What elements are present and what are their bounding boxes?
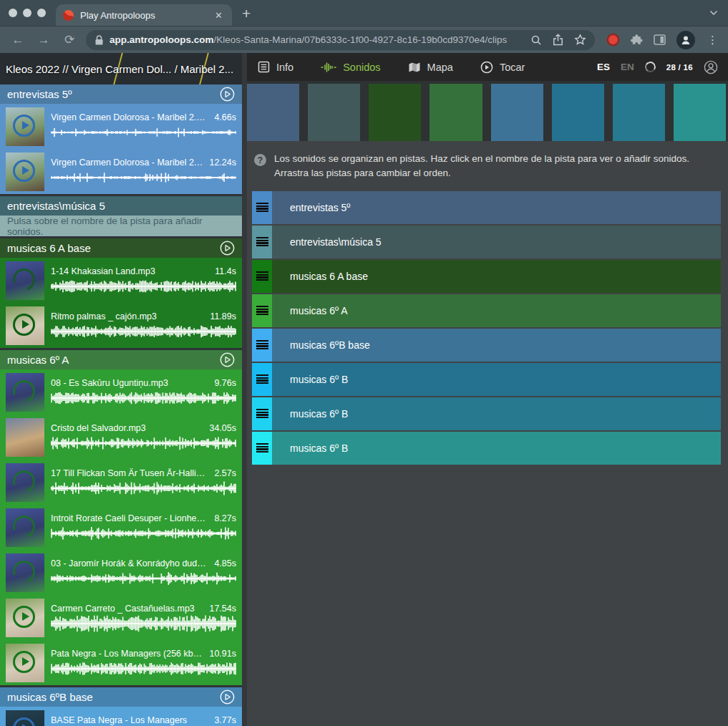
clip-row[interactable]: 1-14 Khakasian Land.mp311.4s — [0, 258, 242, 303]
clip-thumbnail[interactable] — [6, 644, 44, 682]
play-track-icon[interactable] — [220, 241, 235, 256]
track-row-body[interactable]: musicas 6 A base — [272, 260, 721, 293]
record-extension-icon[interactable] — [608, 35, 618, 44]
track-row[interactable]: musicas 6º B — [252, 397, 721, 430]
track-color-swatch[interactable] — [247, 84, 299, 141]
track-row[interactable]: musicas 6ºB base — [252, 329, 721, 362]
bookmark-star-icon[interactable] — [574, 34, 586, 46]
drag-handle[interactable] — [252, 191, 272, 224]
play-track-icon[interactable] — [220, 689, 235, 705]
window-zoom-icon[interactable] — [37, 9, 46, 17]
clip-row[interactable]: Virgen Carmen Dolorosa - Maribel 2.mp312… — [0, 149, 242, 194]
clip-row[interactable]: Ritmo palmas _ cajón.mp311.89s — [0, 303, 242, 348]
clip-thumbnail[interactable] — [6, 463, 44, 502]
forward-icon[interactable]: → — [34, 34, 53, 46]
zoom-icon[interactable] — [530, 34, 542, 46]
drag-handle[interactable] — [252, 260, 272, 293]
track-row[interactable]: entrevistas\música 5 — [252, 226, 721, 258]
track-row[interactable]: musicas 6º B — [252, 363, 721, 396]
track-row-body[interactable]: musicas 6ºB base — [272, 329, 721, 362]
clip-row[interactable]: BASE Pata Negra - Los Managers3.77s — [0, 707, 242, 726]
track-row-body[interactable]: musicas 6º A — [272, 294, 721, 327]
clip-thumbnail[interactable] — [6, 508, 44, 547]
tab-tocar[interactable]: Tocar — [480, 61, 525, 74]
drag-handle[interactable] — [252, 294, 272, 327]
play-track-icon[interactable] — [220, 352, 235, 367]
lang-es-button[interactable]: ES — [597, 62, 610, 72]
side-panel-icon[interactable] — [654, 34, 666, 45]
new-tab-button[interactable]: + — [242, 6, 251, 21]
clip-row[interactable]: 03 - Jaromír Horák & Konrádyho dudácká .… — [0, 550, 242, 595]
clip-duration: 11.89s — [210, 311, 236, 321]
clip-thumbnail[interactable] — [6, 710, 44, 726]
track-color-swatch[interactable] — [491, 84, 543, 141]
address-input[interactable]: app.antropoloops.com/Kleos-Santa-Marina/… — [86, 30, 595, 50]
play-icon[interactable] — [13, 606, 35, 628]
clip-row[interactable]: Virgen Carmen Dolorosa - Maribel 2.mp34.… — [0, 104, 242, 149]
play-icon[interactable] — [13, 314, 35, 336]
track-row-body[interactable]: entrevistas\música 5 — [272, 226, 721, 258]
track-color-swatch[interactable] — [674, 84, 726, 141]
drag-handle[interactable] — [252, 397, 272, 430]
track-color-swatch[interactable] — [552, 84, 604, 141]
clip-row[interactable]: 17 Till Flickan Som Är Tusen År-Halling … — [0, 460, 242, 505]
drag-handle[interactable] — [252, 432, 272, 465]
track-section-header[interactable]: entrevistas\música 5 — [0, 196, 242, 216]
track-section-header[interactable]: musicas 6º A — [0, 350, 242, 369]
reload-icon[interactable]: ⟳ — [60, 34, 79, 46]
clip-row[interactable]: Cristo del Salvador.mp334.05s — [0, 415, 242, 460]
profile-avatar[interactable] — [676, 31, 695, 49]
track-row[interactable]: entrevistas 5º — [252, 191, 721, 224]
track-color-swatch[interactable] — [369, 84, 421, 141]
drag-handle[interactable] — [252, 329, 272, 362]
clip-row[interactable]: 08 - Es Sakūru Uguntiņu.mp39.76s — [0, 369, 242, 415]
clip-thumbnail[interactable] — [6, 553, 44, 592]
clip-thumbnail[interactable] — [6, 261, 44, 300]
track-row-body[interactable]: entrevistas 5º — [272, 191, 721, 224]
play-icon[interactable] — [13, 160, 35, 182]
track-row[interactable]: musicas 6 A base — [252, 260, 721, 293]
window-controls[interactable] — [9, 9, 46, 17]
account-icon[interactable] — [704, 60, 718, 74]
extensions-puzzle-icon[interactable] — [631, 34, 643, 46]
tab-close-icon[interactable]: ✕ — [213, 10, 225, 21]
window-minimize-icon[interactable] — [23, 9, 31, 17]
window-close-icon[interactable] — [9, 9, 17, 17]
clip-thumbnail[interactable] — [6, 107, 44, 146]
back-icon[interactable]: ← — [9, 34, 27, 46]
track-row[interactable]: musicas 6º A — [252, 294, 721, 327]
clip-thumbnail[interactable] — [6, 153, 44, 191]
tab-sonidos[interactable]: Sonidos — [321, 62, 380, 73]
track-section-header[interactable]: musicas 6 A base — [0, 238, 242, 258]
track-section-header[interactable]: musicas 6ºB base — [0, 687, 242, 707]
track-row[interactable]: musicas 6º B — [252, 432, 721, 465]
play-icon[interactable] — [13, 717, 35, 726]
tab-mapa[interactable]: Mapa — [408, 62, 453, 73]
clip-thumbnail[interactable] — [6, 306, 44, 345]
clip-thumbnail[interactable] — [6, 373, 44, 412]
tab-info[interactable]: Info — [258, 61, 293, 73]
clip-row[interactable]: Introit Rorate Caeli Desuper - Lionheart… — [0, 505, 242, 550]
track-color-swatch[interactable] — [613, 84, 665, 141]
track-color-swatch[interactable] — [308, 84, 360, 141]
track-row-body[interactable]: musicas 6º B — [272, 432, 721, 465]
play-icon[interactable] — [13, 115, 35, 137]
tab-search-chevron-icon[interactable] — [709, 10, 718, 16]
track-color-swatch[interactable] — [429, 84, 482, 141]
drag-handle[interactable] — [252, 363, 272, 396]
breadcrumb[interactable]: Kleos 2022 // Virgen Carmen Dol... / Mar… — [0, 53, 242, 84]
clip-row[interactable]: Pata Negra - Los Managers (256 kbps).mp3… — [0, 640, 242, 685]
browser-tab[interactable]: Play Antropoloops ✕ — [56, 4, 232, 26]
clip-thumbnail[interactable] — [6, 418, 44, 457]
clip-row[interactable]: Carmen Carreto _ Castañuelas.mp317.54s — [0, 595, 242, 640]
share-icon[interactable] — [553, 34, 563, 46]
play-icon[interactable] — [13, 651, 35, 673]
track-row-body[interactable]: musicas 6º B — [272, 397, 721, 430]
browser-menu-icon[interactable]: ⋮ — [706, 34, 719, 47]
drag-handle[interactable] — [252, 226, 272, 258]
play-track-icon[interactable] — [220, 87, 235, 102]
track-section-header[interactable]: entrevistas 5º — [0, 84, 242, 104]
lang-en-button[interactable]: EN — [621, 62, 634, 72]
track-row-body[interactable]: musicas 6º B — [272, 363, 721, 396]
clip-thumbnail[interactable] — [6, 599, 44, 637]
